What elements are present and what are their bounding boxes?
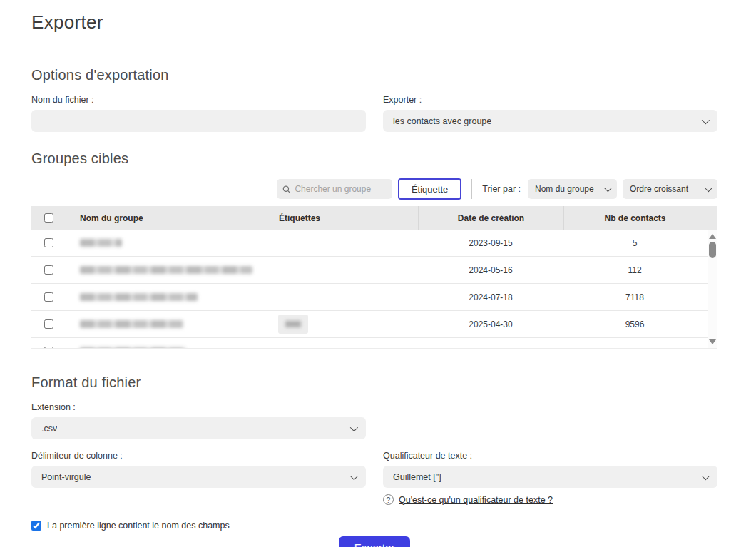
search-icon: [282, 185, 290, 194]
scroll-down-icon[interactable]: [709, 339, 716, 344]
export-type-select[interactable]: les contacts avec groupe: [383, 110, 717, 132]
sort-order-select[interactable]: Ordre croissant: [623, 179, 717, 199]
group-date: 2025-04-30: [418, 319, 563, 329]
qualifier-selected-value: Guillemet ["]: [393, 472, 441, 482]
column-header-date[interactable]: Date de création: [418, 206, 563, 230]
group-date: 2023-09-15: [418, 238, 563, 248]
group-tag-redacted: [278, 315, 308, 334]
tag-filter-button[interactable]: Étiquette: [398, 178, 461, 200]
delimiter-label: Délimiteur de colonne :: [31, 451, 366, 461]
scroll-up-icon[interactable]: [709, 234, 716, 239]
group-name-redacted: [80, 239, 122, 247]
group-date: 2024-05-16: [418, 265, 563, 275]
first-line-checkbox-label: La première ligne contient le nom des ch…: [47, 521, 230, 531]
extension-label: Extension :: [31, 402, 366, 412]
chevron-down-icon: [350, 423, 358, 431]
row-checkbox[interactable]: [44, 265, 53, 275]
select-all-checkbox[interactable]: [44, 213, 53, 223]
groups-section-heading: Groupes cibles: [31, 150, 717, 167]
table-row[interactable]: 2024-07-18 7118: [31, 284, 717, 311]
chevron-down-icon: [604, 184, 612, 192]
group-date: 2024-12-19: [418, 347, 563, 349]
options-section-heading: Options d'exportation: [31, 67, 717, 83]
group-name-redacted: [80, 293, 198, 301]
extension-select[interactable]: .csv: [31, 417, 366, 439]
sort-field-selected-value: Nom du groupe: [535, 184, 594, 194]
row-checkbox[interactable]: [44, 292, 53, 302]
group-search-box[interactable]: [277, 179, 392, 199]
group-count: 7118: [563, 292, 706, 302]
sort-field-select[interactable]: Nom du groupe: [528, 179, 617, 199]
row-checkbox[interactable]: [44, 347, 53, 349]
export-type-label: Exporter :: [383, 95, 717, 105]
row-checkbox[interactable]: [44, 319, 53, 329]
toolbar-divider: [471, 179, 472, 199]
format-section-heading: Format du fichier: [31, 374, 717, 391]
chevron-down-icon: [350, 471, 358, 479]
filename-label: Nom du fichier :: [31, 95, 366, 105]
sort-order-selected-value: Ordre croissant: [630, 184, 688, 194]
column-header-count[interactable]: Nb de contacts: [563, 206, 706, 230]
group-name-redacted: [80, 347, 186, 349]
table-row[interactable]: 2023-09-15 5: [31, 230, 717, 257]
group-count: 9596: [563, 319, 706, 329]
chevron-down-icon: [702, 116, 710, 123]
sort-by-label: Trier par :: [482, 184, 521, 194]
table-scrollbar[interactable]: [708, 230, 717, 349]
group-search-input[interactable]: [295, 184, 387, 194]
first-line-checkbox[interactable]: [31, 521, 41, 531]
delimiter-selected-value: Point-virgule: [41, 472, 91, 482]
chevron-down-icon: [705, 184, 712, 192]
qualifier-label: Qualificateur de texte :: [383, 451, 717, 461]
groups-table-body: 2023-09-15 5 2024-05-16 112 2024-07-18 7: [31, 230, 717, 349]
page-title: Exporter: [31, 11, 717, 34]
extension-selected-value: .csv: [41, 424, 57, 434]
export-submit-button[interactable]: Exporter: [339, 536, 411, 547]
first-line-option: La première ligne contient le nom des ch…: [31, 521, 717, 531]
scrollbar-thumb[interactable]: [709, 242, 716, 258]
table-row[interactable]: 2024-05-16 112: [31, 257, 717, 284]
qualifier-help-link[interactable]: Qu'est-ce qu'un qualificateur de texte ?: [399, 495, 553, 505]
group-name-redacted: [80, 266, 252, 274]
group-count: 84: [563, 347, 706, 349]
help-icon: ?: [383, 494, 394, 505]
column-header-name[interactable]: Nom du groupe: [66, 206, 267, 230]
table-row[interactable]: 2025-04-30 9596: [31, 311, 717, 338]
group-name-redacted: [80, 320, 183, 328]
filename-input[interactable]: [31, 110, 366, 132]
table-row[interactable]: 2024-12-19 84: [31, 338, 717, 349]
chevron-down-icon: [702, 471, 710, 479]
groups-table: Nom du groupe Étiquettes Date de créatio…: [31, 206, 717, 349]
group-date: 2024-07-18: [418, 292, 563, 302]
export-page: Exporter Options d'exportation Nom du fi…: [0, 0, 756, 547]
groups-toolbar: Étiquette Trier par : Nom du groupe Ordr…: [31, 178, 717, 200]
qualifier-select[interactable]: Guillemet ["]: [383, 466, 717, 488]
column-header-tags[interactable]: Étiquettes: [267, 206, 418, 230]
row-checkbox[interactable]: [44, 238, 53, 247]
delimiter-select[interactable]: Point-virgule: [31, 466, 366, 488]
group-count: 5: [563, 238, 706, 248]
export-type-selected-value: les contacts avec groupe: [393, 116, 491, 126]
groups-table-header: Nom du groupe Étiquettes Date de créatio…: [31, 206, 717, 230]
group-count: 112: [563, 265, 706, 275]
